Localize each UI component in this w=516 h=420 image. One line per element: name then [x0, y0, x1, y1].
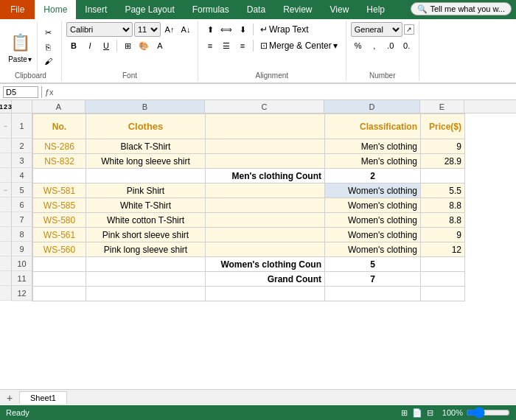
cell-B3[interactable]: White long sleeve shirt — [86, 154, 206, 169]
cell-A5[interactable]: WS-581 — [33, 183, 86, 198]
row-num-11[interactable]: 11 — [12, 271, 32, 286]
outline-collapse-1[interactable]: − — [0, 113, 11, 139]
cell-E3[interactable]: 28.9 — [421, 154, 465, 169]
cell-A4[interactable] — [33, 169, 86, 183]
cell-D2[interactable]: Men's clothing — [325, 139, 421, 154]
cell-B6[interactable]: White T-Shirt — [86, 198, 206, 213]
cell-D10[interactable]: 5 — [325, 257, 421, 272]
cell-A12[interactable] — [33, 287, 86, 301]
cell-B4[interactable] — [86, 169, 206, 183]
number-format-select[interactable]: General — [351, 22, 402, 37]
increase-font-button[interactable]: A↑ — [162, 22, 177, 37]
cell-B2[interactable]: Black T-Shirt — [86, 139, 206, 154]
cell-A2[interactable]: NS-286 — [33, 139, 86, 154]
cell-A11[interactable] — [33, 272, 86, 287]
cell-A9[interactable]: WS-560 — [33, 242, 86, 257]
view-page-break-icon[interactable]: ⊟ — [427, 408, 433, 418]
cell-D11[interactable]: 7 — [325, 272, 421, 287]
col-header-B[interactable]: B — [86, 100, 205, 113]
cell-reference-box[interactable] — [3, 86, 38, 98]
cell-C1[interactable] — [206, 114, 325, 139]
cell-B7[interactable]: White cotton T-Shirt — [86, 213, 206, 228]
row-num-4[interactable]: 4 — [12, 168, 32, 183]
cell-B1[interactable]: Clothes — [86, 114, 206, 139]
cell-B8[interactable]: Pink short sleeve shirt — [86, 228, 206, 242]
cell-A10[interactable] — [33, 257, 86, 272]
row-num-6[interactable]: 6 — [12, 197, 32, 212]
cell-A1[interactable]: No. — [33, 114, 86, 139]
underline-button[interactable]: U — [99, 38, 114, 53]
align-left-button[interactable]: ≡ — [203, 38, 217, 53]
font-name-select[interactable]: Calibri — [66, 22, 133, 37]
fill-color-button[interactable]: 🎨 — [136, 38, 151, 53]
review-tab[interactable]: Review — [274, 0, 321, 19]
cell-B9[interactable]: Pink long sleeve shirt — [86, 242, 206, 257]
format-painter-button[interactable]: 🖌 — [39, 55, 57, 68]
font-color-button[interactable]: A — [153, 38, 167, 53]
decrease-decimal-button[interactable]: 0. — [400, 38, 414, 53]
sheet-tab-1[interactable]: Sheet1 — [19, 391, 67, 404]
decrease-font-button[interactable]: A↓ — [178, 22, 193, 37]
view-layout-icon[interactable]: 📄 — [412, 408, 422, 418]
cell-A3[interactable]: NS-832 — [33, 154, 86, 169]
bold-button[interactable]: B — [66, 38, 81, 53]
cell-A7[interactable]: WS-580 — [33, 213, 86, 228]
file-tab[interactable]: File — [0, 0, 35, 19]
copy-button[interactable]: ⎘ — [39, 41, 57, 54]
cell-E4[interactable] — [421, 169, 465, 183]
row-num-2[interactable]: 2 — [12, 139, 32, 153]
cell-E12[interactable] — [421, 287, 465, 301]
col-header-E[interactable]: E — [420, 100, 464, 113]
help-tab[interactable]: Help — [358, 0, 394, 19]
row-num-5[interactable]: 5 — [12, 183, 32, 197]
increase-decimal-button[interactable]: .0 — [383, 38, 398, 53]
font-size-select[interactable]: 11 — [134, 22, 161, 37]
cell-A8[interactable]: WS-561 — [33, 228, 86, 242]
cell-C10[interactable]: Women's clothing Coun — [206, 257, 325, 272]
cell-D8[interactable]: Women's clothing — [325, 228, 421, 242]
row-num-3[interactable]: 3 — [12, 153, 32, 168]
italic-button[interactable]: I — [83, 38, 97, 53]
cell-E7[interactable]: 8.8 — [421, 213, 465, 228]
cell-C7[interactable] — [206, 213, 325, 228]
cell-E11[interactable] — [421, 272, 465, 287]
cell-C4[interactable]: Men's clothing Count — [206, 169, 325, 183]
page-layout-tab[interactable]: Page Layout — [116, 0, 183, 19]
cell-D7[interactable]: Women's clothing — [325, 213, 421, 228]
cell-C8[interactable] — [206, 228, 325, 242]
row-num-8[interactable]: 8 — [12, 227, 32, 242]
cell-E9[interactable]: 12 — [421, 242, 465, 257]
row-num-10[interactable]: 10 — [12, 256, 32, 271]
cell-B11[interactable] — [86, 272, 206, 287]
view-normal-icon[interactable]: ⊞ — [401, 408, 408, 418]
align-bottom-button[interactable]: ⬇ — [235, 22, 250, 37]
formulas-tab[interactable]: Formulas — [184, 0, 238, 19]
cell-C9[interactable] — [206, 242, 325, 257]
cell-D4[interactable]: 2 — [325, 169, 421, 183]
row-num-12[interactable]: 12 — [12, 286, 32, 301]
outline-level-1[interactable]: 1 — [0, 103, 3, 111]
row-num-7[interactable]: 7 — [12, 212, 32, 227]
add-sheet-button[interactable]: + — [3, 391, 16, 405]
cell-C2[interactable] — [206, 139, 325, 154]
tell-me-input[interactable]: 🔍 Tell me what you w... — [411, 2, 512, 15]
percent-button[interactable]: % — [351, 38, 366, 53]
cell-D5[interactable]: Women's clothing — [325, 183, 421, 198]
cell-C3[interactable] — [206, 154, 325, 169]
home-tab[interactable]: Home — [35, 0, 76, 19]
cell-D9[interactable]: Women's clothing — [325, 242, 421, 257]
cell-D12[interactable] — [325, 287, 421, 301]
cell-C12[interactable] — [206, 287, 325, 301]
align-right-button[interactable]: ≡ — [235, 38, 250, 53]
row-num-9[interactable]: 9 — [12, 242, 32, 256]
cell-C5[interactable] — [206, 183, 325, 198]
formula-input[interactable] — [57, 88, 513, 97]
cell-E8[interactable]: 9 — [421, 228, 465, 242]
cell-B5[interactable]: Pink Shirt — [86, 183, 206, 198]
cell-C6[interactable] — [206, 198, 325, 213]
view-tab[interactable]: View — [321, 0, 358, 19]
align-center-button[interactable]: ☰ — [219, 38, 234, 53]
data-tab[interactable]: Data — [238, 0, 274, 19]
align-middle-button[interactable]: ⟺ — [219, 22, 234, 37]
cell-C11[interactable]: Grand Count — [206, 272, 325, 287]
